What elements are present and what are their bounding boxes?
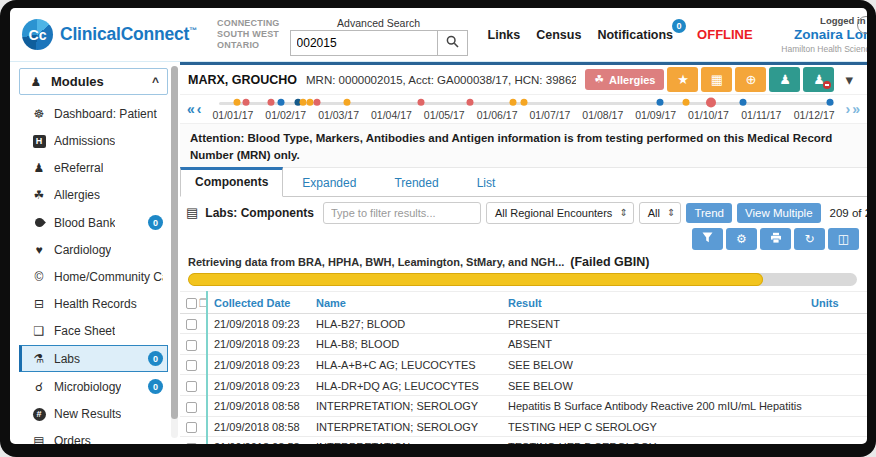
timeline-date[interactable]: 01/09/17 bbox=[629, 109, 682, 121]
collapse-chevron-up-icon[interactable]: ^ bbox=[152, 75, 159, 89]
calculator-button[interactable]: ▦ bbox=[701, 67, 732, 92]
favorites-button[interactable]: ★ bbox=[667, 67, 698, 92]
sidebar-item-microbiology[interactable]: ☌Microbiology0 bbox=[19, 373, 168, 400]
timeline-last-button[interactable]: » bbox=[852, 101, 860, 117]
col-d[interactable]: D bbox=[863, 292, 867, 314]
table-row[interactable]: 21/09/2018 09:23HLA-DR+DQ AG; LEUCOCYTES… bbox=[180, 375, 867, 396]
banner-chevron-down-icon[interactable]: ▾ bbox=[837, 71, 861, 89]
print-button[interactable] bbox=[760, 228, 791, 250]
timeline-next-button[interactable]: › bbox=[846, 101, 851, 117]
scope-select[interactable]: All ⇕ bbox=[639, 202, 682, 224]
sidebar-item-allergies[interactable]: ☘Allergies bbox=[19, 182, 168, 208]
timeline-dot bbox=[656, 99, 663, 106]
books-icon: ▤ bbox=[186, 205, 198, 220]
filter-input[interactable] bbox=[323, 202, 481, 224]
timeline-date[interactable]: 01/08/17 bbox=[576, 109, 629, 121]
regional-data-button[interactable]: ⊕ bbox=[735, 67, 766, 92]
timeline-date[interactable]: 01/11/17 bbox=[735, 109, 788, 121]
timeline-dot bbox=[510, 99, 517, 106]
encounter-select[interactable]: All Regional Encounters ⇕ bbox=[486, 202, 634, 224]
table-row[interactable]: 21/09/2018 08:58INTERPRETATIONTESTING HE… bbox=[180, 437, 867, 444]
refresh-button[interactable]: ↻ bbox=[794, 228, 825, 250]
row-checkbox[interactable] bbox=[186, 422, 197, 433]
timeline-date[interactable]: 01/12/17 bbox=[788, 109, 841, 121]
row-checkbox[interactable] bbox=[186, 402, 197, 413]
table-row[interactable]: 21/09/2018 08:58INTERPRETATION; SEROLOGY… bbox=[180, 395, 867, 416]
col-name[interactable]: Name bbox=[310, 292, 502, 314]
timeline-date[interactable]: 01/04/17 bbox=[365, 109, 418, 121]
logo-icon: Cc bbox=[22, 19, 53, 50]
table-row[interactable]: 21/09/2018 08:58INTERPRETATION; SEROLOGY… bbox=[180, 416, 867, 437]
tab-trended[interactable]: Trended bbox=[375, 170, 457, 196]
nav-notifications[interactable]: Notifications0 bbox=[597, 28, 673, 42]
cell-units bbox=[805, 395, 863, 416]
sidebar-item-labs[interactable]: ⚗Labs0 bbox=[19, 345, 168, 372]
sidebar-item-label: Blood Bank bbox=[54, 216, 115, 230]
timeline-date[interactable]: 01/07/17 bbox=[524, 109, 577, 121]
sidebar-item-face-sheet[interactable]: ❑Face Sheet bbox=[19, 318, 168, 344]
row-checkbox[interactable] bbox=[186, 319, 197, 330]
funnel-icon bbox=[702, 232, 713, 246]
sidebar-scrollbar-thumb[interactable] bbox=[171, 66, 178, 419]
timeline-date[interactable]: 01/10/17 bbox=[682, 109, 735, 121]
tab-expanded[interactable]: Expanded bbox=[283, 170, 375, 196]
timeline-date[interactable]: 01/06/17 bbox=[471, 109, 524, 121]
patient-info-button[interactable]: ♟ bbox=[769, 67, 800, 92]
sidebar-item-blood-bank[interactable]: Blood Bank0 bbox=[19, 209, 168, 236]
timeline-dot bbox=[306, 99, 313, 106]
table-row[interactable]: 21/09/2018 09:23HLA-A+B+C AG; LEUCOCYTES… bbox=[180, 354, 867, 375]
modules-header[interactable]: ♟ Modules ^ bbox=[19, 68, 168, 95]
advanced-search-link[interactable]: Advanced Search bbox=[290, 17, 468, 29]
sidebar-item-home-community-care[interactable]: ©Home/Community Care bbox=[19, 264, 168, 290]
user-name-link[interactable]: Zonaira Lone bbox=[763, 27, 867, 44]
brand-text: ClinicalConnect bbox=[60, 24, 189, 44]
filter-button[interactable] bbox=[692, 228, 723, 250]
user-organization: Hamilton Health Sciences bbox=[763, 44, 867, 55]
cell-result: ABSENT bbox=[502, 334, 805, 355]
nav-census[interactable]: Census bbox=[536, 28, 581, 42]
trend-button[interactable]: Trend bbox=[686, 203, 732, 223]
col-units[interactable]: Units bbox=[805, 292, 863, 314]
settings-button[interactable]: ⚙ bbox=[726, 228, 757, 250]
table-row[interactable]: 21/09/2018 09:23HLA-B8; BLOODABSENT bbox=[180, 334, 867, 355]
sidebar-item-health-records[interactable]: ⊟Health Records bbox=[19, 291, 168, 317]
row-checkbox[interactable] bbox=[186, 340, 197, 351]
timeline-date[interactable]: 01/03/17 bbox=[312, 109, 365, 121]
select-all-checkbox[interactable] bbox=[186, 298, 197, 309]
row-checkbox[interactable] bbox=[186, 360, 197, 371]
sidebar-item-orders[interactable]: ▤Orders bbox=[19, 428, 168, 444]
tab-list[interactable]: List bbox=[458, 170, 515, 196]
sidebar-item-dashboard-patient[interactable]: ☸Dashboard: Patient bbox=[19, 101, 168, 127]
sidebar-item-admissions[interactable]: HAdmissions bbox=[19, 128, 168, 154]
remove-patient-button[interactable]: ♟ bbox=[803, 67, 834, 92]
search-input[interactable] bbox=[290, 30, 438, 56]
allergy-icon: ☘ bbox=[594, 73, 604, 86]
timeline-date[interactable]: 01/01/17 bbox=[206, 109, 259, 121]
timeline-date[interactable]: 01/02/17 bbox=[259, 109, 312, 121]
timeline-prev-button[interactable]: ‹ bbox=[197, 101, 202, 117]
main-content: MARX, GROUCHO MRN: 0000002015, Acct: GA0… bbox=[180, 62, 867, 444]
trademark: ™ bbox=[189, 26, 197, 35]
cell-name: HLA-B8; BLOOD bbox=[310, 334, 502, 355]
col-result[interactable]: Result bbox=[502, 292, 805, 314]
view-multiple-button[interactable]: View Multiple bbox=[737, 203, 821, 223]
nav-links[interactable]: Links bbox=[488, 28, 521, 42]
tab-components[interactable]: Components bbox=[180, 167, 283, 197]
sidebar-item-cardiology[interactable]: ♥Cardiology bbox=[19, 237, 168, 263]
progress-bar bbox=[188, 273, 857, 286]
timeline-first-button[interactable]: « bbox=[187, 101, 195, 117]
dashboard-icon: ☸ bbox=[31, 107, 47, 121]
sidebar-item-ereferral[interactable]: ♟eReferral bbox=[19, 155, 168, 181]
col-collected-date[interactable]: Collected Date bbox=[207, 292, 310, 314]
table-row[interactable]: 21/09/2018 09:23HLA-B27; BLOODPRESENT bbox=[180, 313, 867, 334]
row-checkbox[interactable] bbox=[186, 381, 197, 392]
allergies-button[interactable]: ☘ Allergies bbox=[585, 69, 664, 90]
sidebar-item-new-results[interactable]: #New Results bbox=[19, 401, 168, 427]
search-button[interactable] bbox=[438, 30, 468, 56]
cell-name: HLA-A+B+C AG; LEUCOCYTES bbox=[310, 354, 502, 375]
split-view-button[interactable]: ◫ bbox=[828, 228, 859, 250]
timeline-dot bbox=[520, 99, 527, 106]
timeline-date[interactable]: 01/05/17 bbox=[418, 109, 471, 121]
copy-icon[interactable]: ❐ bbox=[199, 297, 207, 309]
row-checkbox[interactable] bbox=[186, 443, 197, 444]
